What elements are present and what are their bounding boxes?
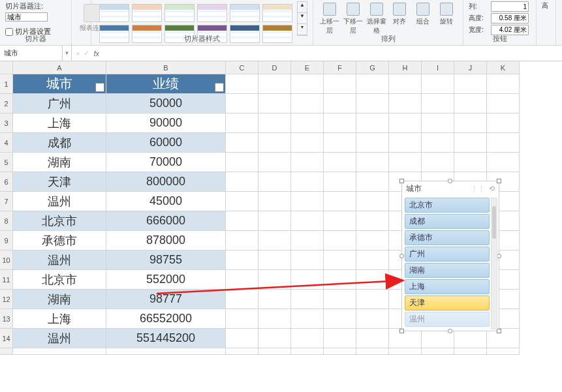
col-header[interactable]: A xyxy=(13,61,106,74)
btn-height-input[interactable] xyxy=(491,13,529,23)
cell[interactable] xyxy=(487,329,520,348)
cell[interactable]: 北京市 xyxy=(13,211,106,231)
row-header[interactable] xyxy=(0,348,13,355)
cell[interactable] xyxy=(291,133,324,153)
cell[interactable]: 70000 xyxy=(106,153,226,172)
cell[interactable] xyxy=(454,74,487,94)
cell[interactable] xyxy=(226,329,258,348)
filter-button[interactable]: ▾ xyxy=(95,83,104,92)
cell[interactable] xyxy=(226,211,258,231)
cell[interactable] xyxy=(454,113,487,133)
col-header[interactable]: H xyxy=(389,61,422,74)
cell[interactable]: 广州 xyxy=(13,94,106,113)
cell[interactable] xyxy=(291,74,324,94)
col-header[interactable]: E xyxy=(291,61,324,74)
cell[interactable] xyxy=(226,94,258,113)
slicer-city[interactable]: 城市 ⋮⋮ ⟲ 北京市成都承德市广州湖南上海天津温州 xyxy=(401,181,499,331)
col-header[interactable]: B xyxy=(106,61,226,74)
cell[interactable] xyxy=(258,329,291,348)
slicer-item[interactable]: 广州 xyxy=(405,247,490,262)
cell[interactable]: 湖南 xyxy=(13,290,106,309)
cell[interactable] xyxy=(487,113,520,133)
cell[interactable] xyxy=(454,153,487,172)
cell[interactable] xyxy=(487,153,520,172)
cell[interactable] xyxy=(291,113,324,133)
cell[interactable]: 800000 xyxy=(106,172,226,192)
cell[interactable] xyxy=(226,270,258,290)
cell[interactable]: 50000 xyxy=(106,94,226,113)
gallery-down-icon[interactable]: ▼ xyxy=(298,13,307,24)
style-thumb[interactable] xyxy=(262,4,292,22)
cell[interactable] xyxy=(258,211,291,231)
cell[interactable] xyxy=(258,94,291,113)
cell[interactable] xyxy=(356,270,389,290)
select-all-corner[interactable] xyxy=(0,61,13,74)
row-header[interactable]: 5 xyxy=(0,153,13,172)
cell[interactable] xyxy=(13,348,106,355)
cell[interactable] xyxy=(324,250,356,270)
cols-input[interactable] xyxy=(491,1,529,12)
cell[interactable] xyxy=(422,348,454,355)
row-header[interactable]: 4 xyxy=(0,133,13,153)
slicer-item[interactable]: 成都 xyxy=(405,214,490,229)
cell[interactable] xyxy=(226,309,258,329)
cell[interactable]: 承德市 xyxy=(13,231,106,250)
cell[interactable] xyxy=(258,270,291,290)
cell[interactable]: 业绩▾ xyxy=(106,74,226,94)
cell[interactable] xyxy=(291,94,324,113)
cell[interactable] xyxy=(226,250,258,270)
slicer-caption-input[interactable] xyxy=(5,12,48,22)
cell[interactable] xyxy=(487,74,520,94)
name-box-dropdown[interactable]: ▼ xyxy=(63,46,72,61)
cell[interactable] xyxy=(324,172,356,192)
cell[interactable] xyxy=(291,231,324,250)
cell[interactable] xyxy=(258,192,291,211)
cell[interactable]: 552000 xyxy=(106,270,226,290)
cell[interactable] xyxy=(324,94,356,113)
cell[interactable] xyxy=(487,133,520,153)
cell[interactable] xyxy=(356,309,389,329)
cell[interactable] xyxy=(422,113,454,133)
row-header[interactable]: 13 xyxy=(0,309,13,329)
cell[interactable] xyxy=(324,192,356,211)
cell[interactable] xyxy=(422,74,454,94)
cell[interactable] xyxy=(356,329,389,348)
col-header[interactable]: I xyxy=(422,61,454,74)
cell[interactable] xyxy=(356,290,389,309)
cell[interactable]: 45000 xyxy=(106,192,226,211)
cell[interactable] xyxy=(389,348,422,355)
slicer-item[interactable]: 上海 xyxy=(405,279,490,294)
cell[interactable] xyxy=(291,348,324,355)
cell[interactable] xyxy=(487,348,520,355)
slicer-item[interactable]: 承德市 xyxy=(405,230,490,245)
cell[interactable] xyxy=(356,192,389,211)
cell[interactable] xyxy=(226,113,258,133)
cell[interactable]: 60000 xyxy=(106,133,226,153)
row-header[interactable]: 3 xyxy=(0,113,13,133)
cell[interactable]: 城市▾ xyxy=(13,74,106,94)
multi-select-icon[interactable]: ⋮⋮ xyxy=(471,185,485,193)
cell[interactable] xyxy=(324,211,356,231)
cell[interactable] xyxy=(226,348,258,355)
row-header[interactable]: 7 xyxy=(0,192,13,211)
cell[interactable] xyxy=(356,113,389,133)
cell[interactable] xyxy=(389,329,422,348)
cell[interactable] xyxy=(226,133,258,153)
row-header[interactable]: 14 xyxy=(0,329,13,348)
cell[interactable] xyxy=(389,153,422,172)
cell[interactable] xyxy=(356,153,389,172)
cell[interactable] xyxy=(454,329,487,348)
cell[interactable] xyxy=(324,290,356,309)
style-thumb[interactable] xyxy=(197,4,227,22)
cell[interactable] xyxy=(226,290,258,309)
slicer-item[interactable]: 温州 xyxy=(405,312,490,327)
cell[interactable] xyxy=(324,153,356,172)
style-thumb[interactable] xyxy=(99,4,129,22)
cell[interactable] xyxy=(356,133,389,153)
cell[interactable] xyxy=(356,348,389,355)
cell[interactable] xyxy=(258,250,291,270)
style-thumb[interactable] xyxy=(164,4,195,22)
cell[interactable]: 天津 xyxy=(13,172,106,192)
bring-forward-button[interactable]: 上移一层 xyxy=(319,1,341,35)
cell[interactable] xyxy=(454,348,487,355)
